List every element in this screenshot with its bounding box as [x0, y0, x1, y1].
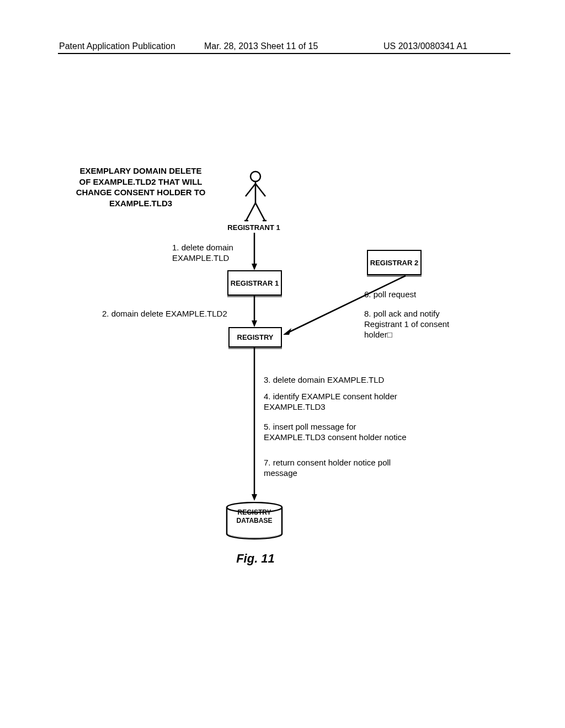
- svg-marker-6: [252, 320, 257, 327]
- arrow-reg1-to-registrar1: [250, 233, 259, 272]
- step-5: 5. insert poll message for EXAMPLE.TLD3 …: [264, 422, 413, 443]
- svg-marker-8: [252, 494, 257, 501]
- registry-box: REGISTRY: [228, 327, 282, 347]
- header-left: Patent Application Publication: [59, 41, 175, 51]
- database-label: REGISTRY DATABASE: [225, 508, 284, 525]
- step-4: 4. identify EXAMPLE consent holder EXAMP…: [264, 392, 413, 413]
- step-2: 2. domain delete EXAMPLE.TLD2: [102, 309, 246, 319]
- step-1: 1. delete domain EXAMPLE.TLD: [172, 243, 249, 264]
- registrant-icon: [242, 170, 269, 222]
- registrant-label: REGISTRANT 1: [221, 223, 287, 232]
- registrar2-box: REGISTRAR 2: [367, 250, 422, 275]
- registrar1-box: REGISTRAR 1: [227, 270, 282, 296]
- svg-marker-4: [252, 264, 257, 270]
- diagram-title: EXEMPLARY DOMAIN DELETE OF EXAMPLE.TLD2 …: [74, 165, 207, 208]
- svg-point-0: [250, 172, 260, 181]
- step-6: 6. poll request: [364, 290, 430, 300]
- header-right: US 2013/0080341 A1: [383, 41, 467, 51]
- header-center: Mar. 28, 2013 Sheet 11 of 15: [204, 41, 318, 51]
- arrow-registry-to-database: [250, 346, 259, 503]
- figure-caption: Fig. 11: [225, 552, 286, 566]
- svg-marker-10: [283, 328, 291, 335]
- step-7: 7. return consent holder notice poll mes…: [264, 458, 413, 479]
- header-rule: [58, 53, 510, 54]
- arrow-registrar1-to-registry: [250, 295, 259, 329]
- step-3: 3. delete domain EXAMPLE.TLD: [264, 375, 413, 386]
- step-8: 8. poll ack and notify Registrant 1 of c…: [364, 309, 458, 340]
